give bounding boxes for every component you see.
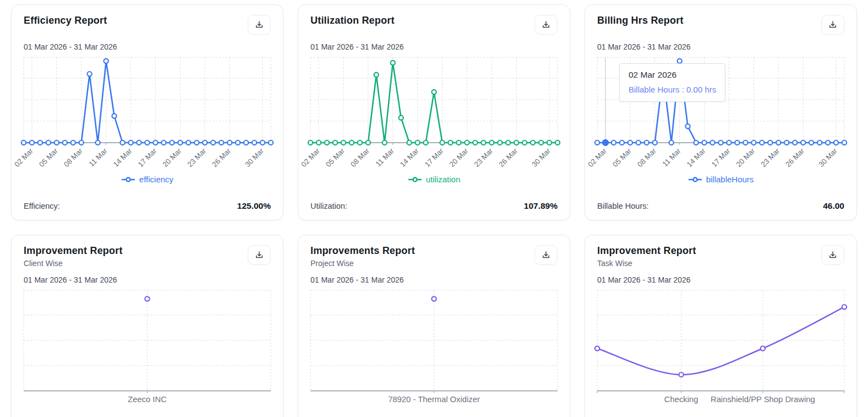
card-header: Utilization Report	[310, 15, 558, 35]
svg-text:30 Mar: 30 Mar	[243, 147, 265, 169]
date-range: 01 Mar 2026 - 31 Mar 2026	[597, 275, 844, 284]
svg-text:26 Mar: 26 Mar	[784, 147, 806, 169]
improvement-report-task-card: Improvement Report Task Wise 01 Mar 2026…	[585, 235, 857, 417]
legend[interactable]: utilization	[310, 175, 558, 184]
billable-hours-line-chart[interactable]: 02 Mar05 Mar08 Mar11 Mar14 Mar17 Mar20 M…	[597, 57, 844, 174]
card-footer: Efficiency: 125.00%	[24, 196, 271, 211]
footer-label: Efficiency:	[24, 202, 60, 210]
efficiency-report-card: Efficiency Report 01 Mar 2026 - 31 Mar 2…	[11, 4, 283, 220]
svg-text:11 Mar: 11 Mar	[88, 147, 110, 169]
legend-marker-icon	[688, 176, 702, 183]
svg-text:17 Mar: 17 Mar	[710, 147, 732, 169]
chart-tooltip: 02 Mar 2026 Billable Hours : 0.00 hrs	[619, 63, 725, 102]
card-subtitle: Client Wise	[24, 259, 123, 268]
svg-text:05 Mar: 05 Mar	[611, 147, 633, 169]
client-wise-scatter-chart[interactable]: Zeeco INC	[24, 290, 271, 405]
chart-canvas: Zeeco INC	[24, 290, 271, 405]
svg-text:08 Mar: 08 Mar	[349, 147, 371, 169]
svg-text:26 Mar: 26 Mar	[497, 147, 519, 169]
legend-label: efficiency	[139, 175, 173, 184]
svg-text:17 Mar: 17 Mar	[137, 147, 159, 169]
legend-label: billableHours	[706, 175, 754, 184]
svg-text:17 Mar: 17 Mar	[423, 147, 445, 169]
download-button[interactable]	[534, 15, 558, 35]
svg-text:30 Mar: 30 Mar	[817, 147, 839, 169]
improvement-report-client-card: Improvement Report Client Wise 01 Mar 20…	[11, 235, 283, 417]
download-icon	[254, 250, 264, 260]
card-header: Efficiency Report	[24, 15, 271, 35]
billing-hrs-report-card: Billing Hrs Report 01 Mar 2026 - 31 Mar …	[585, 4, 857, 220]
footer-label: Utilization:	[310, 202, 347, 210]
date-range: 01 Mar 2026 - 31 Mar 2026	[24, 42, 271, 51]
footer-value: 125.00%	[237, 201, 271, 211]
legend[interactable]: billableHours	[597, 175, 844, 184]
footer-label: Billable Hours:	[597, 202, 649, 210]
download-button[interactable]	[248, 245, 271, 265]
svg-text:08 Mar: 08 Mar	[636, 147, 658, 169]
svg-text:20 Mar: 20 Mar	[448, 147, 470, 169]
chart-canvas: CheckingRainshield/PP Shop Drawing	[597, 290, 844, 405]
download-icon	[828, 20, 838, 30]
reports-dashboard: Efficiency Report 01 Mar 2026 - 31 Mar 2…	[0, 0, 868, 417]
utilization-line-chart[interactable]: 02 Mar05 Mar08 Mar11 Mar14 Mar17 Mar20 M…	[310, 57, 558, 174]
date-range: 01 Mar 2026 - 31 Mar 2026	[310, 42, 558, 51]
svg-text:02 Mar: 02 Mar	[299, 147, 321, 169]
svg-text:30 Mar: 30 Mar	[530, 147, 552, 169]
chart-canvas: 02 Mar05 Mar08 Mar11 Mar14 Mar17 Mar20 M…	[310, 57, 558, 174]
card-title: Improvements Report	[310, 245, 415, 257]
download-button[interactable]	[821, 15, 844, 35]
svg-text:20 Mar: 20 Mar	[735, 147, 757, 169]
svg-text:23 Mar: 23 Mar	[759, 147, 781, 169]
card-header: Improvement Report Client Wise	[24, 245, 271, 268]
card-title: Utilization Report	[310, 15, 395, 26]
card-subtitle: Project Wise	[310, 259, 415, 268]
legend-marker-icon	[121, 176, 135, 183]
svg-text:14 Mar: 14 Mar	[685, 147, 707, 169]
download-button[interactable]	[248, 15, 271, 35]
svg-text:Rainshield/PP Shop Drawing: Rainshield/PP Shop Drawing	[711, 395, 815, 404]
legend[interactable]: efficiency	[24, 175, 271, 184]
svg-text:02 Mar: 02 Mar	[586, 147, 608, 169]
date-range: 01 Mar 2026 - 31 Mar 2026	[24, 275, 271, 284]
download-button[interactable]	[534, 245, 558, 265]
svg-text:05 Mar: 05 Mar	[324, 147, 346, 169]
download-icon	[254, 20, 264, 30]
svg-text:05 Mar: 05 Mar	[37, 147, 59, 169]
card-header: Improvements Report Project Wise	[310, 245, 558, 268]
card-header: Improvement Report Task Wise	[597, 245, 844, 268]
download-button[interactable]	[821, 245, 844, 265]
efficiency-line-chart[interactable]: 02 Mar05 Mar08 Mar11 Mar14 Mar17 Mar20 M…	[24, 57, 271, 174]
date-range: 01 Mar 2026 - 31 Mar 2026	[310, 275, 558, 284]
svg-text:Checking: Checking	[664, 395, 698, 404]
svg-text:23 Mar: 23 Mar	[472, 147, 494, 169]
card-title: Efficiency Report	[24, 15, 107, 26]
svg-text:02 Mar: 02 Mar	[13, 147, 35, 169]
improvements-report-project-card: Improvements Report Project Wise 01 Mar …	[298, 235, 570, 417]
svg-text:11 Mar: 11 Mar	[661, 147, 683, 169]
card-footer: Utilization: 107.89%	[310, 196, 558, 211]
utilization-report-card: Utilization Report 01 Mar 2026 - 31 Mar …	[298, 4, 570, 220]
svg-text:08 Mar: 08 Mar	[62, 147, 84, 169]
card-footer: Billable Hours: 46.00	[597, 196, 844, 211]
date-range: 01 Mar 2026 - 31 Mar 2026	[597, 42, 844, 51]
legend-label: utilization	[426, 175, 461, 184]
svg-text:23 Mar: 23 Mar	[185, 147, 208, 169]
footer-value: 46.00	[823, 201, 844, 211]
project-wise-scatter-chart[interactable]: 78920 - Thermal Oxidizer	[310, 290, 558, 405]
card-subtitle: Task Wise	[597, 259, 696, 268]
svg-text:11 Mar: 11 Mar	[374, 147, 396, 169]
task-wise-line-chart[interactable]: CheckingRainshield/PP Shop Drawing	[597, 290, 844, 405]
card-header: Billing Hrs Report	[597, 15, 844, 35]
legend-marker-icon	[408, 176, 422, 183]
footer-value: 107.89%	[524, 201, 558, 211]
svg-text:14 Mar: 14 Mar	[112, 147, 134, 169]
svg-text:14 Mar: 14 Mar	[398, 147, 421, 169]
download-icon	[541, 20, 551, 30]
download-icon	[541, 250, 551, 260]
svg-text:20 Mar: 20 Mar	[161, 147, 183, 169]
chart-canvas: 02 Mar05 Mar08 Mar11 Mar14 Mar17 Mar20 M…	[24, 57, 271, 174]
svg-text:78920 - Thermal Oxidizer: 78920 - Thermal Oxidizer	[388, 395, 480, 404]
tooltip-date: 02 Mar 2026	[629, 70, 716, 80]
card-title: Billing Hrs Report	[597, 15, 684, 26]
chart-canvas: 78920 - Thermal Oxidizer	[310, 290, 558, 405]
